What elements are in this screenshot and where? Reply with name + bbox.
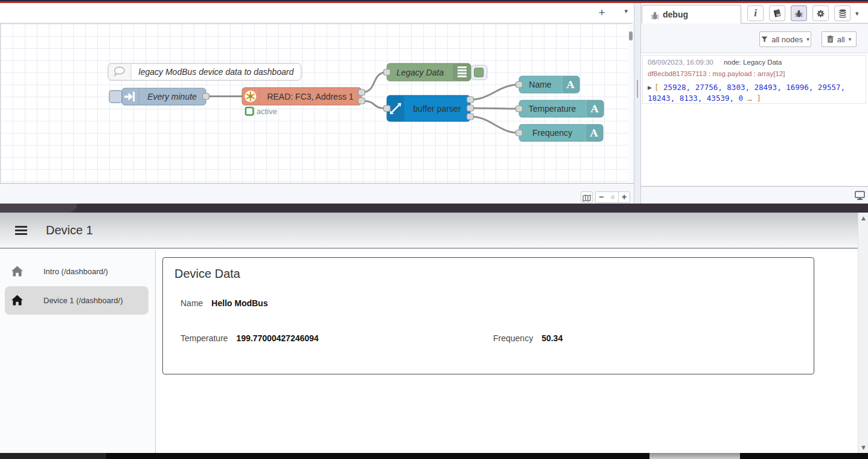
debug-filter-button[interactable]: all nodes ▾ [759,31,811,47]
clear-caret-icon: ▾ [849,36,852,42]
context-data-tab-button[interactable] [834,5,850,21]
home-icon [11,265,24,277]
wire-buffer-name [470,85,519,100]
navigator-button[interactable] [581,191,593,203]
open-in-new-window-button[interactable] [855,191,865,200]
buffer-output-port-3[interactable] [467,114,474,120]
flow-list-caret-icon[interactable]: ▾ [624,7,628,15]
node-red-editor-window: + ▾ [0,0,868,204]
ui-text-temperature-label: Temperature [529,104,576,114]
comment-label: legacy ModBus device data to dashboard [139,67,295,77]
wire-modbus-buffer [362,101,387,109]
scroll-up-arrow[interactable]: ▲ [858,215,868,221]
flow-canvas[interactable]: legacy ModBus device data to dashboard E… [0,24,628,183]
buffer-output-port-2[interactable] [467,105,474,111]
sidebar-resize-grip [637,80,638,98]
ui-font-icon: A [566,79,575,91]
trash-icon [827,36,834,43]
buffer-parser-label: buffer parser [413,104,461,114]
node-ui-text-name[interactable]: Name A [516,76,580,93]
ui-name-input-port[interactable] [516,82,523,88]
tab-debug[interactable]: debug [642,5,741,24]
inject-button[interactable] [109,91,122,103]
debug-toggle-button[interactable] [471,65,487,80]
debug-input-port[interactable] [384,69,391,75]
sidebar-tab-bar: debug i [641,3,868,24]
window-bottom-edge-left [0,453,106,459]
payload-preview: [ 25928, 27756, 8303, 28493, 16996, 2955… [648,83,845,103]
modbus-output-port-2[interactable] [359,98,365,104]
hamburger-icon [15,233,27,235]
field-value-temperature: 199.77000427246094 [237,333,319,343]
sidebar-menu-caret-icon[interactable]: ▾ [855,10,859,18]
debug-message-payload: ▶[ 25928, 27756, 8303, 28493, 16996, 295… [648,82,862,104]
dashboard-page-title: Device 1 [46,223,93,237]
wire-modbus-debug [362,72,387,93]
ui-temperature-input-port[interactable] [516,106,523,112]
sidebar-resize-handle[interactable] [634,3,641,204]
field-label-temperature: Temperature [180,333,228,343]
dashboard-header: Device 1 [0,213,858,249]
buffer-output-port-1[interactable] [467,97,474,103]
home-icon [11,294,24,306]
modbus-output-port-1[interactable] [359,89,365,95]
menu-toggle-button[interactable] [15,226,27,236]
zoom-out-button[interactable]: − [595,191,607,203]
node-modbus-read[interactable]: READ: FC3, Address 1 active [242,88,365,116]
wire-buffer-temperature [470,108,519,109]
nav-item-device-1[interactable]: Device 1 (/dashboard/) [5,286,148,315]
nav-item-intro[interactable]: Intro (/dashboard/) [5,257,148,286]
debug-message-property: df8ecbd817357113 : msg.payload : array[1… [648,70,862,79]
inject-label: Every minute [147,92,197,101]
zoom-reset-button[interactable]: ○ [607,191,619,203]
help-tab-button[interactable] [769,5,785,21]
debug-message-timestamp: 08/09/2023, 16:09:30 [648,59,713,66]
dashboard-scrollbar[interactable]: ▲ ▼ [858,213,868,453]
filter-caret-icon: ▾ [806,36,809,42]
field-value-name: Hello ModBus [211,298,267,308]
debug-message-list[interactable]: 08/09/2023, 16:09:30 node: Legacy Data d… [641,53,868,186]
nav-item-label: Intro (/dashboard/) [43,267,108,276]
debug-message[interactable]: 08/09/2023, 16:09:30 node: Legacy Data d… [642,55,866,104]
dashboard-content: Device Data NameHello ModBus Temperature… [156,250,858,453]
ui-text-name-label: Name [529,80,552,89]
debug-filter-label: all nodes [771,35,803,44]
canvas-scrollbar-thumb[interactable] [629,31,633,40]
debug-tab-label: debug [663,10,688,19]
add-flow-button[interactable]: + [594,5,610,21]
node-ui-text-frequency[interactable]: Frequency A [516,124,604,141]
node-inject[interactable]: Every minute [109,88,209,105]
field-label-name: Name [180,298,203,308]
scroll-down-arrow[interactable]: ▼ [858,445,868,451]
zoom-in-button[interactable]: + [618,191,630,203]
hamburger-icon [15,226,27,228]
browser-tab-shade-curve [68,204,77,213]
node-buffer-parser[interactable]: buffer parser [384,95,474,121]
taskbar-item [649,453,740,459]
config-nodes-tab-button[interactable] [812,5,829,21]
buffer-input-port[interactable] [384,106,391,112]
node-comment[interactable]: legacy ModBus device data to dashboard [108,63,301,80]
expand-payload-toggle[interactable]: ▶ [648,85,652,91]
debug-filter-bar: all nodes ▾ all ▾ [641,24,868,53]
filter-icon [761,36,768,43]
info-tab-button[interactable]: i [747,5,764,21]
ui-frequency-input-port[interactable] [516,130,523,136]
database-icon [838,9,847,18]
node-ui-text-temperature[interactable]: Temperature A [516,100,604,117]
debug-message-source-node: node: Legacy Data [724,59,782,66]
flow-tab-bar: + ▾ [0,3,633,24]
inject-output-port[interactable] [203,94,209,100]
canvas-vertical-scrollbar[interactable] [628,24,634,183]
dashboard-window: Device 1 Intro (/dashboard/) Device 1 (/… [0,204,868,459]
modbus-status: active [246,107,277,116]
debug-clear-button[interactable]: all ▾ [822,31,857,47]
debug-tab-button[interactable] [791,5,807,21]
hamburger-icon [15,230,27,231]
dashboard-window-frame [0,204,868,213]
modbus-label: READ: FC3, Address 1 [267,92,353,101]
node-debug-legacy-data[interactable]: Legacy Data [384,63,488,81]
modbus-icon [245,91,257,102]
debug-node-label: Legacy Data [397,68,444,77]
browser-tab-shade [0,204,68,213]
